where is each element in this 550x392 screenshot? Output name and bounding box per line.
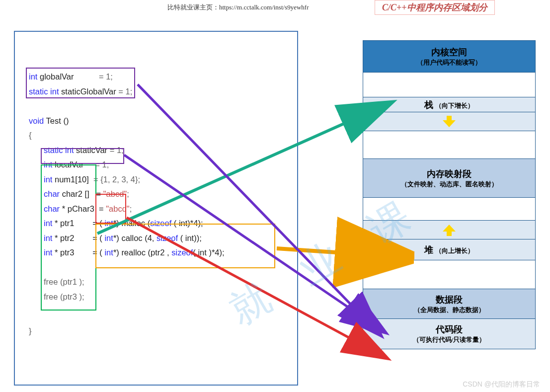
arrow-down-icon (443, 116, 455, 128)
watermark: CSDN @代阳的博客日常 (463, 380, 540, 389)
mem-gap3 (363, 198, 535, 221)
mem-stack: 栈 （向下增长） (363, 97, 535, 112)
mem-gap4 (363, 260, 535, 289)
arrow-up-icon (443, 224, 455, 236)
mem-heap: 堆 （向上增长） (363, 239, 535, 260)
header-url: 比特就业课主页：https://m.cctalk.com/inst/s9yewh… (167, 3, 309, 12)
mem-code: 代码段 （可执行代码/只读常量） (363, 319, 535, 349)
memory-layout: 内核空间 （用户代码不能读写） 栈 （向下增长） 内存映射段 （文件映射、动态库… (363, 40, 536, 349)
mem-gap1 (363, 73, 535, 97)
mem-mmap: 内存映射段 （文件映射、动态库、匿名映射） (363, 159, 535, 198)
mem-data: 数据段 （全局数据、静态数据） (363, 289, 535, 319)
mem-kernel: 内核空间 （用户代码不能读写） (363, 41, 535, 73)
mem-gap2 (363, 131, 535, 159)
diagram-title: C/C++中程序内存区域划分 (375, 0, 495, 15)
mem-heap-arrow (363, 221, 535, 239)
code-panel: int globalVar = 1; static int staticGlob… (14, 31, 298, 386)
mem-stack-arrow (363, 112, 535, 131)
